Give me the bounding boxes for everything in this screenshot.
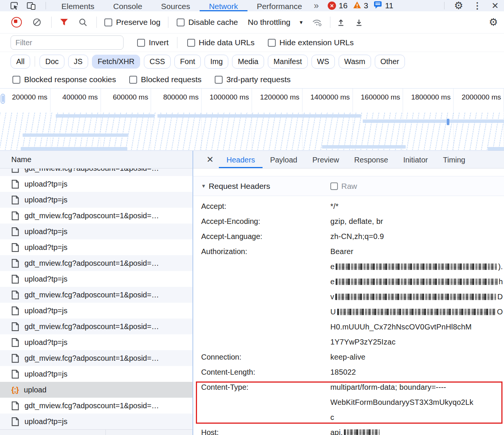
third-party-requests-label: 3rd-party requests	[226, 75, 290, 84]
raw-headers-checkbox[interactable]	[330, 182, 338, 190]
more-tabs-chevron[interactable]: »	[314, 0, 319, 11]
filter-input[interactable]	[11, 35, 124, 50]
redacted-prefix: e	[330, 277, 334, 286]
request-row[interactable]: gdt_mview.fcg?adposcount=1&posid=…	[0, 208, 192, 224]
request-row[interactable]: gdt_mview.fcg?adposcount=1&posid=…	[0, 319, 192, 334]
raw-label: Raw	[341, 182, 357, 191]
network-settings-gear-icon[interactable]: ⚙	[489, 17, 498, 28]
tab-console[interactable]: Console	[104, 0, 152, 11]
request-row[interactable]: upload?tp=js	[0, 239, 192, 255]
details-tab-payload[interactable]: Payload	[263, 151, 305, 168]
close-devtools-icon[interactable]: ✕	[492, 1, 499, 11]
more-options-icon[interactable]: ⋮	[473, 1, 482, 11]
network-overview-timeline[interactable]: 200000 ms400000 ms600000 ms800000 ms1000…	[0, 89, 504, 151]
import-har-icon[interactable]	[336, 18, 345, 27]
json-file-icon: {;}	[11, 386, 18, 394]
name-column-header[interactable]: Name	[0, 151, 192, 168]
request-row[interactable]: upload?tp=js	[0, 366, 192, 382]
hide-data-urls-checkbox[interactable]	[187, 39, 195, 47]
request-row[interactable]: gdt_mview.fcg?adposcount=1&posid=…	[0, 350, 192, 366]
request-row[interactable]: upload?tp=js	[0, 334, 192, 350]
divider	[330, 17, 330, 28]
filter-chip-css[interactable]: CSS	[144, 55, 171, 69]
filter-chip-wasm[interactable]: Wasm	[339, 55, 371, 69]
network-conditions-icon[interactable]	[312, 18, 323, 27]
request-row[interactable]: gdt_mview.fcg?adposcount=1&posid=…	[0, 255, 192, 271]
filter-chip-doc[interactable]: Doc	[40, 55, 64, 69]
message-badge[interactable]: 11	[373, 1, 393, 11]
request-row[interactable]: upload?tp=js	[0, 303, 192, 319]
invert-checkbox[interactable]	[137, 39, 145, 47]
throttling-select[interactable]: No throttling	[248, 18, 290, 27]
request-row[interactable]: gdt_mview.fcg?adposcount=1&posid=…	[0, 287, 192, 303]
inspect-element-icon[interactable]	[10, 2, 18, 10]
header-key: Connection:	[201, 349, 330, 365]
search-icon[interactable]	[79, 18, 87, 27]
request-name: upload?tp=js	[24, 338, 67, 347]
filter-chip-font[interactable]: Font	[174, 55, 201, 69]
request-row[interactable]: upload?tp=js	[0, 176, 192, 192]
header-value-line: gzip, deflate, br	[330, 214, 503, 229]
preserve-log-checkbox[interactable]	[104, 18, 112, 26]
export-har-icon[interactable]	[354, 18, 363, 27]
timeline-waterfall[interactable]	[0, 112, 504, 150]
throttling-dropdown-arrow-icon[interactable]: ▼	[299, 20, 304, 25]
device-toolbar-icon[interactable]	[27, 2, 36, 10]
header-value-line: WebKitFormBoundaryyST3X3mUkyqo2Lk	[330, 395, 503, 410]
header-value-line: multipart/form-data; boundary=----	[330, 380, 503, 395]
tab-sources[interactable]: Sources	[152, 0, 200, 11]
request-headers-list: Accept:*/*Accept-Encoding:gzip, deflate,…	[193, 196, 504, 435]
hide-extension-urls-checkbox[interactable]	[268, 39, 276, 47]
details-tab-timing[interactable]: Timing	[435, 151, 473, 168]
warning-badge[interactable]: 3	[353, 1, 368, 11]
details-tab-bar: ✕ HeadersPayloadPreviewResponseInitiator…	[193, 151, 504, 168]
request-row[interactable]: {;}upload	[0, 382, 192, 398]
tab-performance[interactable]: Performance	[247, 0, 312, 11]
clear-network-log-button[interactable]	[32, 18, 41, 27]
tab-elements[interactable]: Elements	[52, 0, 104, 11]
disable-cache-checkbox[interactable]	[177, 18, 185, 26]
filter-chip-fetch-xhr[interactable]: Fetch/XHR	[92, 55, 140, 69]
request-row[interactable]: gdt_mview.fcg?adposcount=1&posid=…	[0, 398, 192, 414]
details-tab-headers[interactable]: Headers	[219, 151, 263, 168]
filter-toggle-icon[interactable]	[60, 18, 68, 26]
details-tab-response[interactable]: Response	[347, 151, 396, 168]
filter-chip-media[interactable]: Media	[232, 55, 264, 69]
settings-gear-icon[interactable]: ⚙	[454, 1, 463, 11]
filter-chip-img[interactable]: Img	[205, 55, 228, 69]
request-row[interactable]: upload?tp=js	[0, 224, 192, 239]
filter-chip-all[interactable]: All	[11, 55, 30, 69]
filter-chip-js[interactable]: JS	[68, 55, 88, 69]
request-list-summary-bar	[0, 429, 192, 435]
error-badge[interactable]: ✕ 16	[328, 1, 347, 10]
tab-network[interactable]: Network	[200, 0, 247, 11]
request-row[interactable]: gdt_mview.fcg?adposcount=1&posid=…	[0, 168, 192, 176]
panel-tabs: ElementsConsoleSourcesNetworkPerformance	[52, 0, 312, 11]
header-value-line: */*	[330, 199, 503, 214]
blocked-response-cookies-checkbox[interactable]	[12, 76, 20, 84]
document-file-icon	[11, 243, 19, 252]
blocked-requests-checkbox[interactable]	[129, 76, 137, 84]
record-network-log-button[interactable]	[11, 17, 22, 28]
filter-chip-manifest[interactable]: Manifest	[268, 55, 308, 69]
resource-type-filter-chips: AllDocJSFetch/XHRCSSFontImgMediaManifest…	[0, 52, 504, 71]
waterfall-bar	[322, 145, 406, 149]
header-key: Host:	[201, 425, 330, 435]
header-value: Bearere).ehvDUOH0.mUUUh_Cx72hNscOV0GvtPn…	[330, 244, 503, 349]
header-value: */*	[330, 199, 503, 214]
details-tab-initiator[interactable]: Initiator	[396, 151, 435, 168]
timeline-drag-handle[interactable]	[1, 94, 5, 104]
third-party-requests-checkbox[interactable]	[215, 76, 223, 84]
filter-chip-other[interactable]: Other	[375, 55, 405, 69]
close-details-icon[interactable]: ✕	[206, 155, 214, 165]
timeline-tick-label: 200000 ms	[12, 93, 50, 101]
timeline-tick-label: 800000 ms	[163, 93, 201, 101]
request-row[interactable]: upload?tp=js	[0, 271, 192, 287]
request-name: upload?tp=js	[24, 180, 67, 188]
request-row[interactable]: upload?tp=js	[0, 192, 192, 208]
details-tab-preview[interactable]: Preview	[305, 151, 347, 168]
header-value-line-redacted: eh	[330, 274, 503, 289]
filter-chip-ws[interactable]: WS	[312, 55, 335, 69]
request-headers-section-header[interactable]: ▼ Request Headers Raw	[193, 176, 504, 196]
request-row[interactable]: upload?tp=js	[0, 414, 192, 429]
